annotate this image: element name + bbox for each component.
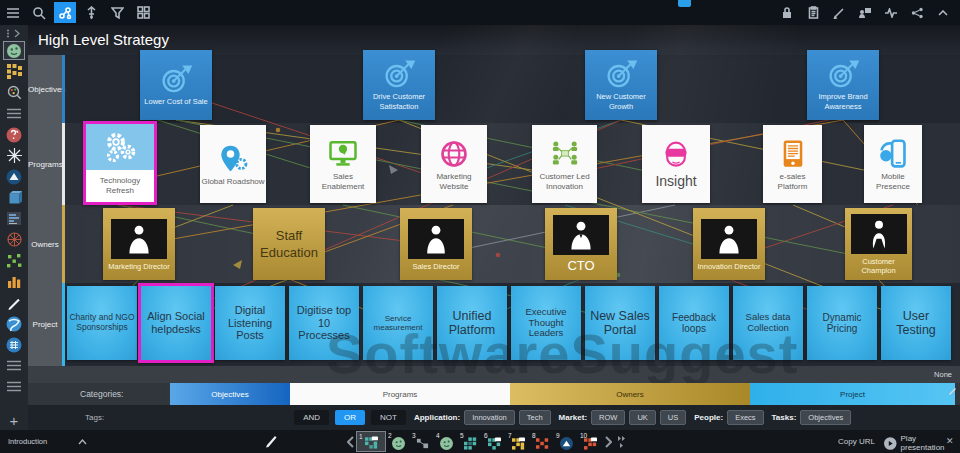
slide-4[interactable]: 4 (434, 431, 458, 452)
item-global-roadshow[interactable]: Global Roadshow (200, 125, 266, 203)
story-face-icon[interactable] (3, 41, 25, 60)
item-insight[interactable]: Insight (642, 125, 710, 203)
item-charity-ngo-sponsorships[interactable]: Charity and NGO Sponsorships (67, 286, 137, 360)
categories-label: Categories: (80, 383, 123, 405)
kanban-grid-icon[interactable] (3, 62, 25, 81)
lock-icon[interactable] (776, 2, 798, 23)
spark-burst-icon[interactable] (3, 146, 25, 165)
item-sales-data-collection[interactable]: Sales data Collection (733, 286, 803, 360)
item-digital-listening-posts[interactable]: Digital Listening Posts (215, 286, 285, 360)
tag-execs[interactable]: Execs (727, 410, 763, 425)
web-globe-icon[interactable] (3, 314, 25, 333)
edit-pencil-icon[interactable] (828, 2, 850, 23)
scatter-dots-icon[interactable] (3, 251, 25, 270)
slide-10[interactable]: 10 (578, 431, 602, 452)
list-a-icon[interactable] (3, 356, 25, 375)
tag-uk[interactable]: UK (629, 410, 655, 425)
item-marketing-director[interactable]: Marketing Director (103, 208, 175, 280)
slides-prev-chevron-icon[interactable] (344, 431, 356, 452)
slide-5[interactable]: 5 (458, 431, 482, 452)
item-digitise-top-10-processes[interactable]: Digitise top 10 Processes (289, 286, 359, 360)
pencil-edit-icon[interactable] (3, 293, 25, 312)
item-unified-platform[interactable]: Unified Platform (437, 286, 507, 360)
annotate-pencil-icon[interactable] (264, 434, 277, 448)
item-dynamic-pricing[interactable]: Dynamic Pricing (807, 286, 877, 360)
slide-1[interactable]: 1 (356, 431, 386, 452)
story-name[interactable]: Introduction (8, 437, 47, 446)
row-label-project: Project (28, 283, 62, 366)
slide-skip-controls[interactable] (618, 436, 626, 448)
edit-categories-icon[interactable] (948, 386, 957, 395)
item-feedback-loops[interactable]: Feedback loops (659, 286, 729, 360)
item-sales-director[interactable]: Sales Director (400, 208, 472, 280)
copy-url-button[interactable]: Copy URL (838, 437, 875, 446)
item-mobile-presence[interactable]: Mobile Presence (864, 125, 922, 203)
presenter-icon[interactable] (854, 2, 876, 23)
none-label[interactable]: None (934, 370, 952, 379)
add-item-button[interactable]: + (10, 414, 19, 428)
item-technology-refresh[interactable]: Technology Refresh (83, 121, 157, 205)
item-customer-led-innovation[interactable]: Customer Led Innovation (532, 125, 597, 203)
tag-row[interactable]: ROW (591, 410, 625, 425)
item-label: Improve Brand Awareness (809, 92, 877, 111)
item-new-customer-growth[interactable]: New Customer Growth (585, 50, 657, 120)
item-innovation-director[interactable]: Innovation Director (693, 208, 765, 280)
filter-icon[interactable] (106, 2, 128, 23)
tag-objectives[interactable]: Objectives (800, 410, 851, 425)
category-segment-owners[interactable]: Owners (510, 383, 750, 405)
slide-9[interactable]: 9 (554, 431, 578, 452)
operator-not[interactable]: NOT (371, 410, 406, 425)
help-circle-icon[interactable] (3, 125, 25, 144)
notes-list-icon[interactable] (3, 209, 25, 228)
relationships-view-icon[interactable] (54, 2, 76, 23)
item-drive-customer-satisfaction[interactable]: Drive Customer Satisfaction (363, 50, 435, 120)
item-cto[interactable]: CTO (545, 208, 617, 280)
scene-mountain-icon[interactable] (3, 167, 25, 186)
swimlane-sort-icon[interactable] (80, 2, 102, 23)
search-icon[interactable] (28, 2, 50, 23)
item-lower-cost-of-sale[interactable]: Lower Cost of Sale (140, 50, 212, 120)
activity-icon[interactable] (880, 2, 902, 23)
item-sales-enablement[interactable]: Sales Enablement (310, 125, 376, 203)
item-service-measurement[interactable]: Service measurement (363, 286, 433, 360)
slide-3[interactable]: 3 (410, 431, 434, 452)
expand-story-chevron-icon[interactable] (78, 439, 87, 445)
item-improve-brand-awareness[interactable]: Improve Brand Awareness (807, 50, 879, 120)
item-new-sales-portal[interactable]: New Sales Portal (585, 286, 655, 360)
data-table-icon[interactable] (3, 335, 25, 354)
item-e-sales-platform[interactable]: e-sales Platform (763, 125, 822, 203)
slide-6[interactable]: 6 (482, 431, 506, 452)
network-sphere-icon[interactable] (3, 230, 25, 249)
tag-innovation[interactable]: Innovation (464, 410, 515, 425)
close-icon[interactable]: ✕ (946, 436, 954, 446)
slide-2[interactable]: 2 (386, 431, 410, 452)
operator-and[interactable]: AND (294, 410, 329, 425)
item-marketing-website[interactable]: Marketing Website (421, 125, 487, 203)
item-user-testing[interactable]: User Testing (881, 286, 951, 360)
tag-us[interactable]: US (660, 410, 686, 425)
item-staff-education[interactable]: Staff Education (253, 208, 325, 280)
item-align-social-helpdesks[interactable]: Align Social helpdesks (138, 283, 214, 363)
menu-icon[interactable] (2, 2, 24, 23)
clipboard-icon[interactable] (802, 2, 824, 23)
slide-7[interactable]: 7 (506, 431, 530, 452)
category-segment-programs[interactable]: Programs (290, 383, 510, 405)
item-executive-thought-leaders[interactable]: Executive Thought Leaders (511, 286, 581, 360)
layouts-grid-icon[interactable] (132, 2, 154, 23)
category-segment-project[interactable]: Project (750, 383, 955, 405)
item-label: Drive Customer Satisfaction (365, 92, 433, 111)
share-icon[interactable] (906, 2, 928, 23)
slides-next-chevron-icon[interactable] (602, 431, 614, 452)
tag-tech[interactable]: Tech (519, 410, 551, 425)
slide-8[interactable]: 8 (530, 431, 554, 452)
cube-3d-icon[interactable] (3, 188, 25, 207)
bar-chart-icon[interactable] (3, 272, 25, 291)
sidebar-expander[interactable] (6, 26, 22, 40)
operator-or[interactable]: OR (335, 410, 365, 425)
category-segment-objectives[interactable]: Objectives (170, 383, 290, 405)
collapse-chevron-icon[interactable] (932, 2, 954, 23)
explore-search-icon[interactable] (3, 83, 25, 102)
list-b-icon[interactable] (3, 377, 25, 396)
list-view-icon[interactable] (3, 104, 25, 123)
item-customer-champion[interactable]: Customer Champion (845, 208, 912, 280)
